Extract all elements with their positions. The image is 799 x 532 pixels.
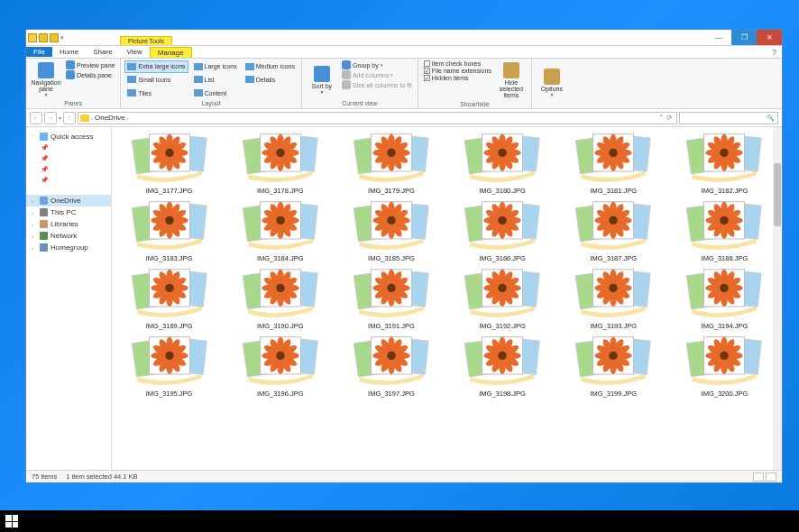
nav-pin-1[interactable]: 📌 <box>26 142 111 153</box>
nav-this-pc[interactable]: ›This PC <box>26 206 111 218</box>
address-bar: ← → ▾ ↑ › OneDrive › ˅ ⟳ 🔍 <box>26 109 782 127</box>
file-item[interactable]: IMG_3182.JPG <box>671 131 778 195</box>
lg-icon <box>194 63 203 70</box>
scrollbar-thumb[interactable] <box>774 163 781 226</box>
file-item[interactable]: IMG_3198.JPG <box>448 334 556 398</box>
file-item[interactable]: IMG_3191.JPG <box>337 266 445 330</box>
up-button[interactable]: ↑ <box>63 112 76 124</box>
nav-quick-access[interactable]: ˅Quick access <box>26 131 111 142</box>
file-item[interactable]: IMG_3186.JPG <box>448 198 556 262</box>
file-item[interactable]: IMG_3180.JPG <box>448 131 556 195</box>
file-item[interactable]: IMG_3199.JPG <box>560 334 667 398</box>
file-item[interactable]: IMG_3196.JPG <box>226 334 334 398</box>
layout-list[interactable]: List <box>191 74 240 87</box>
file-name-extensions-toggle[interactable]: File name extensions <box>422 68 493 74</box>
ribbon-group-current-view: Sort by ▼ Group by▾ Add columns▾ Size al… <box>302 59 418 108</box>
chevron-right-icon[interactable]: › <box>91 115 93 121</box>
file-item[interactable]: IMG_3194.JPG <box>671 266 778 330</box>
view-details-button[interactable] <box>753 472 764 482</box>
file-label: IMG_3200.JPG <box>702 390 748 398</box>
layout-medium-icons[interactable]: Medium icons <box>243 60 298 73</box>
forward-button[interactable]: → <box>44 112 57 124</box>
group-icon <box>342 60 351 69</box>
close-button[interactable]: ✕ <box>757 30 782 45</box>
file-item[interactable]: IMG_3178.JPG <box>226 131 334 195</box>
nav-onedrive[interactable]: ›OneDrive <box>26 195 111 206</box>
help-icon[interactable]: ? <box>767 48 782 57</box>
file-item[interactable]: IMG_3190.JPG <box>226 266 334 330</box>
refresh-icon[interactable]: ⟳ <box>665 114 675 122</box>
layout-details[interactable]: Details <box>243 74 298 87</box>
nav-pin-4[interactable]: 📌 <box>26 175 111 186</box>
layout-tiles[interactable]: Tiles <box>124 87 188 99</box>
breadcrumb[interactable]: › OneDrive › ˅ ⟳ <box>78 112 677 124</box>
item-check-boxes-toggle[interactable]: Item check boxes <box>422 60 493 67</box>
thumbnail-icon <box>682 266 767 320</box>
add-columns-button[interactable]: Add columns▾ <box>340 70 414 79</box>
file-item[interactable]: IMG_3192.JPG <box>448 266 556 330</box>
svg-point-390 <box>610 352 618 360</box>
file-item[interactable]: IMG_3188.JPG <box>671 198 778 262</box>
taskbar[interactable] <box>0 510 799 532</box>
file-item[interactable]: IMG_3179.JPG <box>337 131 445 195</box>
file-item[interactable]: IMG_3183.JPG <box>115 198 223 262</box>
tab-home[interactable]: Home <box>52 47 86 57</box>
file-item[interactable]: IMG_3197.JPG <box>337 334 445 398</box>
layout-large-icons[interactable]: Large icons <box>191 60 240 73</box>
file-item[interactable]: IMG_3181.JPG <box>560 131 667 195</box>
svg-point-169 <box>498 216 506 225</box>
file-item[interactable]: IMG_3184.JPG <box>226 198 334 262</box>
thumbnail-icon <box>349 198 434 252</box>
file-item[interactable]: IMG_3177.JPG <box>115 131 223 195</box>
nav-pin-2[interactable]: 📌 <box>26 153 111 164</box>
thumbnail-icon <box>238 198 323 252</box>
thumbnail-icon <box>349 266 434 320</box>
address-dropdown-icon[interactable]: ˅ <box>659 114 663 122</box>
size-columns-button[interactable]: Size all columns to fit <box>340 80 414 89</box>
qat-icon-2[interactable] <box>50 33 59 42</box>
minimize-button[interactable]: — <box>706 30 731 45</box>
breadcrumb-item[interactable]: OneDrive <box>95 114 125 122</box>
file-item[interactable]: IMG_3193.JPG <box>560 266 667 330</box>
file-item[interactable]: IMG_3195.JPG <box>115 334 223 398</box>
scrollbar[interactable] <box>773 127 782 470</box>
explorer-window: ▾ Picture Tools — ❐ ✕ File Home Share Vi… <box>25 29 783 483</box>
file-item[interactable]: IMG_3187.JPG <box>560 198 667 262</box>
file-list[interactable]: IMG_3177.JPG IMG_3178.JPG <box>112 127 782 470</box>
tab-file[interactable]: File <box>26 47 52 57</box>
start-button[interactable] <box>5 515 18 527</box>
qat-dropdown-icon[interactable]: ▾ <box>60 34 64 41</box>
nav-network[interactable]: ›Network <box>26 230 111 242</box>
options-button[interactable]: Options ▼ <box>536 60 568 105</box>
search-input[interactable]: 🔍 <box>679 112 778 124</box>
file-label: IMG_3194.JPG <box>702 322 748 330</box>
history-dropdown-icon[interactable]: ▾ <box>59 115 61 121</box>
view-thumbnails-button[interactable] <box>766 472 776 482</box>
restore-button[interactable]: ❐ <box>731 30 757 45</box>
chevron-down-icon: ▼ <box>319 90 324 95</box>
layout-content[interactable]: Content <box>191 87 240 99</box>
tab-view[interactable]: View <box>120 47 150 57</box>
chevron-right-icon[interactable]: › <box>127 115 129 121</box>
file-item[interactable]: IMG_3185.JPG <box>337 198 445 262</box>
file-item[interactable]: IMG_3189.JPG <box>115 266 223 330</box>
layout-small-icons[interactable]: Small icons <box>124 74 188 87</box>
tab-share[interactable]: Share <box>86 47 119 57</box>
qat-icon-1[interactable] <box>39 33 48 42</box>
svg-point-407 <box>721 352 729 360</box>
nav-homegroup[interactable]: ›Homegroup <box>26 242 111 253</box>
back-button[interactable]: ← <box>30 112 42 124</box>
file-item[interactable]: IMG_3200.JPG <box>671 334 778 398</box>
nav-libraries[interactable]: ›Libraries <box>26 218 111 230</box>
navigation-pane-button[interactable]: Navigation pane ▼ <box>30 60 62 99</box>
hidden-items-toggle[interactable]: Hidden items <box>422 75 493 81</box>
sort-by-button[interactable]: Sort by ▼ <box>306 60 338 99</box>
layout-extra-large-icons[interactable]: Extra large icons <box>124 60 188 73</box>
details-pane-button[interactable]: Details pane <box>64 70 116 79</box>
preview-pane-button[interactable]: Preview pane <box>64 60 116 69</box>
nav-pin-3[interactable]: 📌 <box>26 164 111 175</box>
tab-manage[interactable]: Manage <box>150 47 192 58</box>
hide-icon <box>503 62 519 78</box>
group-by-button[interactable]: Group by▾ <box>340 60 414 69</box>
hide-selected-items-button[interactable]: Hide selected items <box>495 60 528 100</box>
